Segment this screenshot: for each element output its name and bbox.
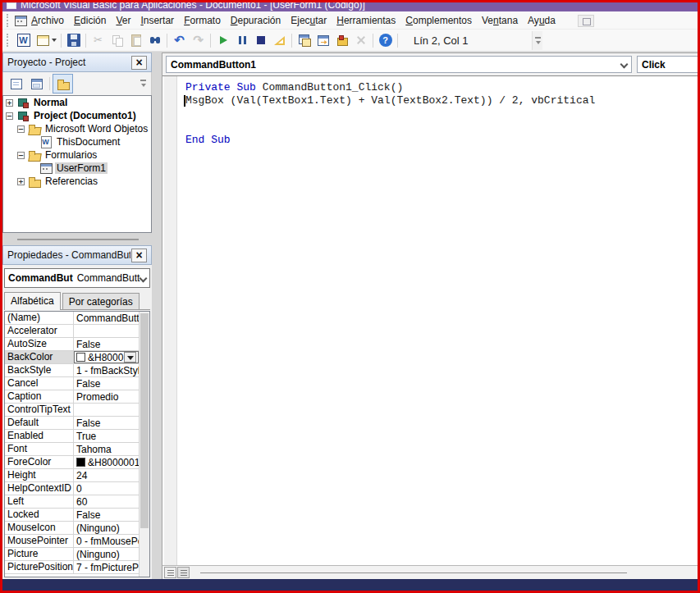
- property-row-enabled[interactable]: EnabledTrue: [5, 430, 139, 443]
- full-module-view-button[interactable]: [177, 567, 190, 578]
- property-row-mousepointer[interactable]: MousePointer0 - fmMousePo: [5, 535, 139, 548]
- tab-por-categorias[interactable]: Por categorías: [62, 293, 140, 310]
- view-code-button[interactable]: [6, 74, 26, 94]
- property-value[interactable]: 0: [74, 482, 139, 495]
- menu-insertar[interactable]: Insertar: [135, 13, 179, 28]
- tab-alfabetica[interactable]: Alfabética: [4, 292, 61, 310]
- procedure-view-button[interactable]: [164, 567, 176, 578]
- collapse-icon[interactable]: –: [17, 125, 25, 133]
- property-row-cancel[interactable]: CancelFalse: [5, 377, 139, 390]
- properties-window-button[interactable]: [313, 31, 332, 49]
- property-value[interactable]: 0 - fmMousePo: [74, 535, 139, 547]
- property-row-backcolor[interactable]: BackColor&H8000: [5, 351, 139, 364]
- collapse-icon[interactable]: –: [6, 112, 13, 120]
- property-row-autosize[interactable]: AutoSizeFalse: [5, 338, 139, 351]
- property-value[interactable]: &H8000: [74, 351, 139, 363]
- property-value[interactable]: [74, 404, 139, 416]
- property-row-picture[interactable]: Picture(Ninguno): [5, 548, 139, 561]
- project-explorer-button[interactable]: [295, 31, 313, 49]
- code-margin-indicator-bar[interactable]: [164, 76, 177, 565]
- object-dropdown[interactable]: CommandButton1: [166, 56, 632, 73]
- find-button[interactable]: [145, 31, 164, 49]
- property-row-font[interactable]: FontTahoma: [5, 443, 139, 456]
- property-value[interactable]: (Ninguno): [74, 522, 139, 534]
- property-value[interactable]: &H8000001: [74, 456, 139, 468]
- menu-archivo[interactable]: Archivo: [26, 13, 69, 28]
- properties-panel-close-button[interactable]: [131, 249, 147, 262]
- property-value[interactable]: Promedio: [74, 390, 139, 403]
- property-row-left[interactable]: Left60: [5, 495, 139, 509]
- collapse-icon[interactable]: –: [17, 152, 25, 159]
- property-row-pictureposition[interactable]: PicturePosition7 - fmPicturePo: [5, 561, 139, 574]
- property-row-accelerator[interactable]: Accelerator: [5, 325, 139, 338]
- tree-item-userform1[interactable]: UserForm1: [3, 162, 151, 175]
- toolbar-overflow-button[interactable]: [532, 31, 542, 50]
- property-value[interactable]: False: [74, 338, 139, 350]
- menu-grip[interactable]: [7, 14, 10, 27]
- property-value[interactable]: False: [74, 377, 139, 390]
- expand-icon[interactable]: +: [6, 99, 13, 107]
- property-row-height[interactable]: Height24: [5, 469, 139, 482]
- property-value[interactable]: 24: [74, 469, 139, 481]
- property-row-default[interactable]: DefaultFalse: [5, 417, 139, 430]
- property-row-helpcontextid[interactable]: HelpContextID0: [5, 482, 139, 495]
- event-dropdown[interactable]: Click: [637, 56, 698, 73]
- project-toolbar-overflow-button[interactable]: [139, 75, 149, 93]
- property-row-locked[interactable]: LockedFalse: [5, 509, 139, 522]
- project-panel-titlebar[interactable]: Proyecto - Project: [2, 52, 152, 72]
- toggle-folders-button[interactable]: [53, 74, 73, 94]
- property-value[interactable]: Tahoma: [74, 443, 139, 455]
- property-value[interactable]: [74, 325, 139, 337]
- stop-button[interactable]: [251, 31, 270, 49]
- property-row-controltiptext[interactable]: ControlTipText: [5, 404, 139, 417]
- property-value[interactable]: 60: [74, 495, 139, 508]
- undo-button[interactable]: [170, 31, 189, 49]
- property-row-caption[interactable]: CaptionPromedio: [5, 390, 139, 404]
- menu-herramientas[interactable]: Herramientas: [332, 13, 400, 28]
- project-panel-close-button[interactable]: [131, 56, 147, 70]
- properties-scrollbar[interactable]: [139, 312, 149, 577]
- view-word-button[interactable]: [14, 31, 33, 49]
- property-value[interactable]: (Ninguno): [74, 548, 139, 560]
- save-button[interactable]: [64, 31, 83, 49]
- menu-ventana[interactable]: Ventana: [477, 13, 523, 28]
- property-row-name[interactable]: (Name)CommandButto: [5, 312, 139, 325]
- property-row-forecolor[interactable]: ForeColor&H8000001: [5, 456, 139, 469]
- property-value[interactable]: CommandButto: [74, 312, 139, 324]
- property-value[interactable]: 1 - fmBackStyl: [74, 364, 139, 376]
- expand-icon[interactable]: +: [17, 178, 25, 185]
- menu-ejecutar[interactable]: Ejecutar: [286, 13, 332, 28]
- object-browser-button[interactable]: [332, 31, 351, 49]
- insert-userform-button[interactable]: [33, 31, 52, 49]
- property-value[interactable]: 7 - fmPicturePo: [74, 561, 139, 573]
- code-editor[interactable]: Private Sub CommandButton1_Click()MsgBox…: [162, 75, 698, 565]
- property-value[interactable]: True: [74, 430, 139, 442]
- tree-item-microsoft-word-objetos[interactable]: –Microsoft Word Objetos: [3, 122, 151, 135]
- tree-item-thisdocument[interactable]: ThisDocument: [3, 135, 151, 148]
- view-object-button[interactable]: [26, 74, 47, 94]
- design-mode-button[interactable]: [270, 31, 289, 49]
- menu-ayuda[interactable]: Ayuda: [523, 13, 560, 28]
- object-selector-combobox[interactable]: CommandBut CommandButto: [4, 268, 150, 288]
- menu-edicion[interactable]: Edición: [69, 13, 111, 28]
- property-value[interactable]: False: [74, 417, 139, 429]
- toolbar-grip[interactable]: [7, 34, 10, 47]
- property-row-backstyle[interactable]: BackStyle1 - fmBackStyl: [5, 364, 139, 377]
- menu-formato[interactable]: Formato: [179, 13, 226, 28]
- menu-depuracion[interactable]: Depuración: [226, 13, 286, 28]
- tree-item-referencias[interactable]: +Referencias: [3, 175, 151, 188]
- tree-item-normal[interactable]: +Normal: [3, 96, 151, 109]
- properties-panel-titlebar[interactable]: Propiedades - CommandButt: [2, 245, 152, 265]
- child-window-restore-button[interactable]: [578, 15, 594, 27]
- menu-complementos[interactable]: Complementos: [400, 13, 477, 28]
- tree-item-formularios[interactable]: –Formularios: [3, 148, 151, 162]
- help-button[interactable]: [376, 31, 395, 49]
- run-button[interactable]: [213, 31, 232, 49]
- properties-scrollbar-thumb[interactable]: [140, 313, 149, 528]
- menu-ver[interactable]: Ver: [111, 13, 135, 28]
- property-dropdown-button[interactable]: [124, 352, 136, 363]
- tree-item-project-documento1[interactable]: –Project (Documento1): [3, 109, 151, 122]
- property-value[interactable]: False: [74, 509, 139, 521]
- break-button[interactable]: [232, 31, 251, 49]
- property-row-mouseicon[interactable]: MouseIcon(Ninguno): [5, 522, 139, 535]
